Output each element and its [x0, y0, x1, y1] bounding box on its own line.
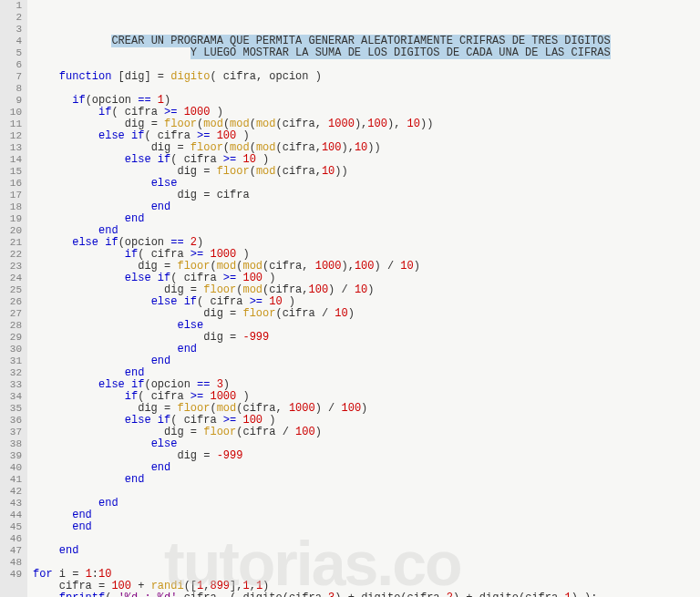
line-number: 34 [4, 391, 22, 403]
selected-text: Y LUEGO MOSTRAR LA SUMA DE LOS DIGITOS D… [190, 46, 611, 59]
line-number: 35 [4, 403, 22, 415]
code-line: fprintf( '%d : %d',cifra, ( digito(cifra… [33, 592, 700, 597]
code-line [33, 533, 700, 545]
line-number: 48 [4, 557, 22, 569]
line-number: 6 [4, 59, 22, 71]
line-number: 42 [4, 486, 22, 498]
code-line: end [33, 521, 700, 533]
line-number: 32 [4, 367, 22, 379]
line-number: 38 [4, 438, 22, 450]
line-number: 36 [4, 415, 22, 427]
line-number: 18 [4, 201, 22, 213]
line-number: 28 [4, 320, 22, 332]
line-number: 17 [4, 190, 22, 201]
line-number: 19 [4, 213, 22, 225]
line-number: 8 [4, 83, 22, 95]
line-number: 43 [4, 498, 22, 510]
line-number: 33 [4, 379, 22, 391]
code-line: end [33, 213, 700, 225]
line-number: 20 [4, 225, 22, 237]
line-number: 2 [4, 12, 22, 24]
line-number: 41 [4, 474, 22, 486]
line-number: 5 [4, 47, 22, 59]
line-number: 49 [4, 569, 22, 581]
line-number: 45 [4, 521, 22, 533]
line-number: 13 [4, 142, 22, 154]
line-number: 39 [4, 450, 22, 462]
code-line: end [33, 510, 700, 521]
line-number: 15 [4, 166, 22, 178]
line-number: 9 [4, 95, 22, 107]
code-line: end [33, 498, 700, 510]
code-line [33, 557, 700, 569]
code-line: Y LUEGO MOSTRAR LA SUMA DE LOS DIGITOS D… [33, 47, 700, 59]
line-number: 21 [4, 237, 22, 249]
line-number: 47 [4, 545, 22, 557]
line-number: 37 [4, 427, 22, 438]
line-number: 4 [4, 36, 22, 47]
code-line: end [33, 545, 700, 557]
line-number: 46 [4, 533, 22, 545]
line-number: 7 [4, 71, 22, 83]
line-number: 14 [4, 154, 22, 166]
line-number: 11 [4, 118, 22, 130]
line-number-gutter: 1234567891011121314151617181920212223242… [0, 0, 27, 597]
selected-text: CREAR UN PROGRAMA QUE PERMITA GENERAR AL… [111, 35, 610, 47]
line-number: 26 [4, 296, 22, 308]
line-number: 1 [4, 0, 22, 12]
line-number: 10 [4, 107, 22, 118]
line-number: 23 [4, 261, 22, 273]
line-number: 12 [4, 130, 22, 142]
line-number: 44 [4, 510, 22, 521]
line-number: 16 [4, 178, 22, 190]
line-number: 3 [4, 24, 22, 36]
line-number: 30 [4, 344, 22, 355]
code-line: end [33, 474, 700, 486]
code-line: function [dig] = digito( cifra, opcion ) [33, 71, 700, 83]
line-number: 29 [4, 332, 22, 344]
line-number: 27 [4, 308, 22, 320]
code-line [33, 486, 700, 498]
line-number: 40 [4, 462, 22, 474]
code-editor: 1234567891011121314151617181920212223242… [0, 0, 700, 597]
line-number: 22 [4, 249, 22, 261]
line-number: 24 [4, 273, 22, 284]
line-number: 31 [4, 355, 22, 367]
line-number: 25 [4, 284, 22, 296]
code-area[interactable]: tutorias.co CREAR UN PROGRAMA QUE PERMIT… [27, 0, 700, 597]
